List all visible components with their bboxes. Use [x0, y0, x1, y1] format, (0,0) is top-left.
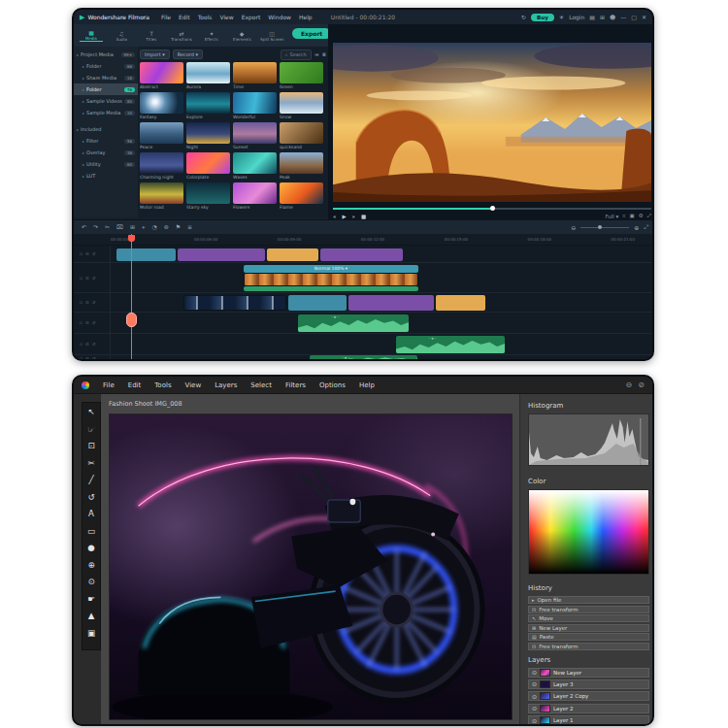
tray-icon[interactable]: ☻	[610, 14, 615, 20]
playhead-handle[interactable]	[126, 313, 137, 327]
buy-button[interactable]: Buy	[531, 14, 554, 21]
list-view-icon[interactable]: ≣	[322, 51, 326, 57]
import-button[interactable]: Import ▾	[140, 50, 170, 59]
timeline-tool-icon[interactable]: ◔	[151, 223, 156, 231]
tray-icon[interactable]: ▤	[589, 14, 595, 20]
timeline-tool-icon[interactable]: ⚑	[176, 223, 181, 231]
menu-item[interactable]: Help	[359, 381, 375, 389]
playhead-flag[interactable]	[128, 235, 135, 242]
media-thumbnail[interactable]: Wonderful	[233, 92, 277, 119]
tool-button[interactable]: ╱	[83, 474, 99, 486]
history-item[interactable]: ⊞ New Layer	[528, 624, 649, 632]
track-icon-1[interactable]: ▫	[80, 356, 83, 361]
export-button[interactable]: Export	[292, 28, 331, 39]
folder-tree-item[interactable]: ▸ Share Media 18	[74, 72, 138, 83]
track-icon-1[interactable]: ▫	[80, 300, 83, 305]
folder-tree-item[interactable]: ▸ Filter 56	[74, 135, 138, 147]
timeline-clip[interactable]	[183, 295, 286, 311]
sync-icon[interactable]: ↻	[521, 14, 526, 20]
asset-tab[interactable]: ✦ Effects	[200, 30, 223, 42]
playhead-line[interactable]	[131, 234, 132, 361]
folder-tree-item[interactable]: ▸ Folder 76	[74, 83, 138, 95]
tool-button[interactable]: ↺	[83, 491, 99, 504]
preview-tool-icon[interactable]: ▣	[629, 213, 634, 219]
seek-handle[interactable]	[490, 206, 495, 211]
zoom-out-icon[interactable]: ⊖	[571, 224, 576, 231]
seek-bar[interactable]	[333, 208, 651, 210]
menu-item[interactable]: Layers	[215, 381, 237, 389]
media-thumbnail[interactable]: Time	[233, 62, 277, 89]
layer-item[interactable]: ⊙ New Layer	[528, 668, 649, 678]
track-icon-1[interactable]: ▫	[80, 342, 83, 347]
track-icon-1[interactable]: ▫	[80, 276, 83, 281]
track-icon-1[interactable]: ▫	[80, 320, 83, 325]
tool-button[interactable]: ▭	[83, 525, 99, 538]
folder-tree-item[interactable]: ▸ LUT	[74, 170, 138, 182]
visibility-eye-icon[interactable]: ⊙	[532, 669, 537, 676]
menu-item[interactable]: Edit	[179, 14, 190, 20]
timeline-tool-icon[interactable]: ↶	[82, 223, 86, 231]
track-icon-3[interactable]: ↺	[92, 251, 96, 256]
fit-dropdown[interactable]: Full ▾	[605, 214, 618, 219]
preview-tool-icon[interactable]: ⌗	[622, 213, 625, 219]
history-item[interactable]: ▤ Paste	[528, 633, 649, 641]
close-button[interactable]: ⊘	[638, 381, 645, 389]
zoom-knob[interactable]	[598, 225, 602, 229]
menu-item[interactable]: Window	[268, 14, 291, 20]
folder-tree-item[interactable]: ▸ Project Media 99+	[74, 49, 138, 60]
history-item[interactable]: ▸ Open file	[528, 596, 649, 604]
menu-item[interactable]: Edit	[128, 381, 142, 389]
asset-tab[interactable]: ♫ Audio	[110, 30, 133, 42]
media-thumbnail[interactable]: Abstract	[140, 62, 183, 89]
zoom-in-icon[interactable]: ⊕	[634, 224, 639, 231]
timeline-clip[interactable]	[244, 286, 418, 291]
asset-tab[interactable]: ◆ Elements	[230, 30, 253, 42]
track-icon-3[interactable]: ↺	[92, 300, 96, 305]
asset-tab[interactable]: ▦ Media	[80, 29, 103, 42]
timeline-clip[interactable]	[244, 273, 418, 286]
fit-timeline-icon[interactable]: ⤢	[644, 223, 648, 231]
track-icon-2[interactable]: ⊙	[85, 320, 89, 325]
tool-button[interactable]: ☞	[83, 423, 99, 436]
login-button[interactable]: Login	[569, 14, 584, 20]
media-thumbnail[interactable]: Waves	[233, 152, 277, 180]
timeline-ruler[interactable]: 00:00:03:0000:00:06:0000:00:09:0000:00:1…	[74, 234, 654, 246]
filter-icon[interactable]: ≔	[314, 51, 319, 57]
media-thumbnail[interactable]: Fantasy	[140, 92, 183, 119]
timeline-clip[interactable]	[396, 336, 505, 353]
track-icon-3[interactable]: ↺	[92, 276, 96, 281]
tool-button[interactable]: ☛	[83, 593, 99, 606]
media-thumbnail[interactable]: Colorplate	[186, 152, 230, 180]
track-icon-2[interactable]: ⊙	[85, 251, 89, 256]
timeline-clip[interactable]	[320, 248, 403, 261]
preview-tool-icon[interactable]: ⤢	[647, 213, 651, 219]
transport-button[interactable]: »	[352, 214, 355, 219]
transport-button[interactable]: «	[333, 214, 336, 219]
asset-tab[interactable]: ⇄ Transitions	[170, 30, 193, 42]
media-thumbnail[interactable]: Charming night	[140, 152, 183, 180]
folder-tree-item[interactable]: ▸ Sample Media 34	[74, 107, 138, 118]
transport-button[interactable]: ■	[361, 214, 366, 219]
menu-item[interactable]: Help	[299, 14, 313, 20]
timeline-clip[interactable]	[267, 248, 318, 261]
timeline-zoom-slider[interactable]	[580, 227, 629, 228]
menu-item[interactable]: Options	[319, 381, 346, 389]
menu-item[interactable]: View	[219, 14, 233, 20]
menu-item[interactable]: File	[103, 381, 115, 389]
tips-bulb-icon[interactable]: ☀	[559, 14, 564, 20]
maximize-button[interactable]: ▢	[631, 14, 637, 20]
asset-tab[interactable]: T Titles	[140, 30, 163, 42]
track-icon-2[interactable]: ⊙	[85, 342, 89, 347]
track-icon-3[interactable]: ↺	[92, 356, 96, 361]
minimize-button[interactable]: —	[620, 14, 626, 20]
visibility-eye-icon[interactable]: ⊙	[532, 693, 537, 700]
folder-tree-item[interactable]: ▸ Folder 66	[74, 60, 138, 72]
tool-button[interactable]: ▣	[83, 627, 99, 640]
history-item[interactable]: ↖ Move	[528, 614, 649, 622]
asset-tab[interactable]: ◫ Split Screen	[260, 30, 283, 42]
preview-tool-icon[interactable]: ⚙	[639, 213, 644, 219]
photo-image[interactable]	[109, 414, 513, 720]
media-thumbnail[interactable]: Flame	[280, 182, 323, 210]
visibility-eye-icon[interactable]: ⊙	[532, 705, 537, 711]
tray-icon[interactable]: ⊞	[600, 14, 605, 20]
